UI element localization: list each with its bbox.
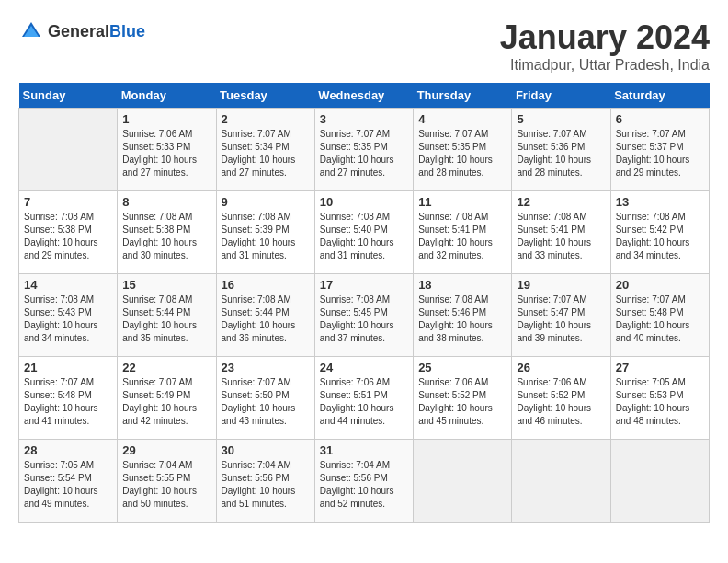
- day-info: Sunrise: 7:08 AM Sunset: 5:41 PM Dayligh…: [418, 211, 506, 262]
- day-info: Sunrise: 7:06 AM Sunset: 5:51 PM Dayligh…: [320, 376, 408, 428]
- weekday-header-friday: Friday: [512, 83, 610, 109]
- day-number: 19: [517, 278, 605, 292]
- calendar-cell: 5Sunrise: 7:07 AM Sunset: 5:36 PM Daylig…: [512, 109, 610, 191]
- day-number: 23: [222, 361, 310, 374]
- calendar-cell: 21Sunrise: 7:07 AM Sunset: 5:48 PM Dayli…: [19, 357, 118, 440]
- day-info: Sunrise: 7:06 AM Sunset: 5:52 PM Dayligh…: [418, 376, 506, 428]
- day-number: 28: [24, 443, 112, 457]
- day-number: 13: [616, 195, 704, 209]
- calendar-cell: [19, 109, 118, 191]
- week-row-4: 21Sunrise: 7:07 AM Sunset: 5:48 PM Dayli…: [19, 357, 710, 440]
- weekday-header-thursday: Thursday: [414, 83, 512, 109]
- day-number: 9: [222, 195, 310, 209]
- calendar-cell: 23Sunrise: 7:07 AM Sunset: 5:50 PM Dayli…: [216, 357, 314, 440]
- calendar-cell: 30Sunrise: 7:04 AM Sunset: 5:56 PM Dayli…: [216, 440, 314, 523]
- weekday-header-wednesday: Wednesday: [314, 83, 413, 109]
- weekday-header-tuesday: Tuesday: [216, 83, 314, 109]
- day-info: Sunrise: 7:07 AM Sunset: 5:36 PM Dayligh…: [517, 128, 605, 179]
- calendar-cell: 3Sunrise: 7:07 AM Sunset: 5:35 PM Daylig…: [314, 109, 413, 191]
- day-info: Sunrise: 7:08 AM Sunset: 5:40 PM Dayligh…: [320, 211, 408, 262]
- calendar-cell: 25Sunrise: 7:06 AM Sunset: 5:52 PM Dayli…: [414, 357, 512, 440]
- calendar-cell: 24Sunrise: 7:06 AM Sunset: 5:51 PM Dayli…: [314, 357, 413, 440]
- day-info: Sunrise: 7:08 AM Sunset: 5:44 PM Dayligh…: [122, 293, 210, 345]
- day-info: Sunrise: 7:08 AM Sunset: 5:38 PM Dayligh…: [24, 211, 112, 262]
- calendar-cell: 17Sunrise: 7:08 AM Sunset: 5:45 PM Dayli…: [314, 274, 413, 357]
- calendar-cell: [512, 440, 610, 523]
- calendar-cell: 18Sunrise: 7:08 AM Sunset: 5:46 PM Dayli…: [414, 274, 512, 357]
- day-info: Sunrise: 7:08 AM Sunset: 5:41 PM Dayligh…: [517, 211, 605, 262]
- day-number: 14: [24, 278, 112, 292]
- calendar-cell: 14Sunrise: 7:08 AM Sunset: 5:43 PM Dayli…: [19, 274, 118, 357]
- day-info: Sunrise: 7:08 AM Sunset: 5:44 PM Dayligh…: [222, 293, 310, 345]
- calendar-cell: 27Sunrise: 7:05 AM Sunset: 5:53 PM Dayli…: [610, 357, 709, 440]
- weekday-header-row: SundayMondayTuesdayWednesdayThursdayFrid…: [19, 83, 710, 109]
- day-info: Sunrise: 7:04 AM Sunset: 5:56 PM Dayligh…: [222, 459, 310, 511]
- day-number: 5: [517, 112, 605, 126]
- weekday-header-monday: Monday: [118, 83, 216, 109]
- day-number: 16: [222, 278, 310, 292]
- page-header: GeneralBlue January 2024 Itimadpur, Utta…: [18, 18, 710, 74]
- day-info: Sunrise: 7:05 AM Sunset: 5:54 PM Dayligh…: [24, 459, 112, 511]
- logo-icon: [18, 18, 44, 44]
- calendar-cell: 8Sunrise: 7:08 AM Sunset: 5:38 PM Daylig…: [118, 191, 216, 274]
- day-number: 15: [122, 278, 210, 292]
- day-number: 12: [517, 195, 605, 209]
- week-row-1: 1Sunrise: 7:06 AM Sunset: 5:33 PM Daylig…: [19, 109, 710, 191]
- weekday-header-sunday: Sunday: [19, 83, 118, 109]
- day-info: Sunrise: 7:04 AM Sunset: 5:55 PM Dayligh…: [122, 459, 210, 511]
- day-number: 27: [616, 361, 704, 374]
- calendar-cell: 19Sunrise: 7:07 AM Sunset: 5:47 PM Dayli…: [512, 274, 610, 357]
- day-info: Sunrise: 7:08 AM Sunset: 5:42 PM Dayligh…: [616, 211, 704, 262]
- calendar-cell: 15Sunrise: 7:08 AM Sunset: 5:44 PM Dayli…: [118, 274, 216, 357]
- day-info: Sunrise: 7:08 AM Sunset: 5:43 PM Dayligh…: [24, 293, 112, 345]
- calendar-cell: 13Sunrise: 7:08 AM Sunset: 5:42 PM Dayli…: [610, 191, 709, 274]
- day-info: Sunrise: 7:07 AM Sunset: 5:48 PM Dayligh…: [616, 293, 704, 345]
- day-number: 30: [222, 443, 310, 457]
- day-number: 4: [418, 112, 506, 126]
- calendar-cell: 11Sunrise: 7:08 AM Sunset: 5:41 PM Dayli…: [414, 191, 512, 274]
- calendar-cell: 6Sunrise: 7:07 AM Sunset: 5:37 PM Daylig…: [610, 109, 709, 191]
- day-info: Sunrise: 7:08 AM Sunset: 5:39 PM Dayligh…: [222, 211, 310, 262]
- day-info: Sunrise: 7:07 AM Sunset: 5:37 PM Dayligh…: [616, 128, 704, 179]
- weekday-header-saturday: Saturday: [610, 83, 709, 109]
- day-info: Sunrise: 7:07 AM Sunset: 5:48 PM Dayligh…: [24, 376, 112, 428]
- calendar-cell: 16Sunrise: 7:08 AM Sunset: 5:44 PM Dayli…: [216, 274, 314, 357]
- day-number: 18: [418, 278, 506, 292]
- calendar-cell: 1Sunrise: 7:06 AM Sunset: 5:33 PM Daylig…: [118, 109, 216, 191]
- day-number: 17: [320, 278, 408, 292]
- calendar-cell: 7Sunrise: 7:08 AM Sunset: 5:38 PM Daylig…: [19, 191, 118, 274]
- calendar-cell: 2Sunrise: 7:07 AM Sunset: 5:34 PM Daylig…: [216, 109, 314, 191]
- day-info: Sunrise: 7:04 AM Sunset: 5:56 PM Dayligh…: [320, 459, 408, 511]
- day-number: 6: [616, 112, 704, 126]
- day-info: Sunrise: 7:07 AM Sunset: 5:35 PM Dayligh…: [418, 128, 506, 179]
- calendar-cell: 22Sunrise: 7:07 AM Sunset: 5:49 PM Dayli…: [118, 357, 216, 440]
- day-number: 29: [122, 443, 210, 457]
- calendar-table: SundayMondayTuesdayWednesdayThursdayFrid…: [18, 83, 710, 523]
- calendar-cell: 10Sunrise: 7:08 AM Sunset: 5:40 PM Dayli…: [314, 191, 413, 274]
- day-number: 8: [122, 195, 210, 209]
- day-info: Sunrise: 7:07 AM Sunset: 5:35 PM Dayligh…: [320, 128, 408, 179]
- day-number: 20: [616, 278, 704, 292]
- calendar-cell: 12Sunrise: 7:08 AM Sunset: 5:41 PM Dayli…: [512, 191, 610, 274]
- calendar-cell: 4Sunrise: 7:07 AM Sunset: 5:35 PM Daylig…: [414, 109, 512, 191]
- day-info: Sunrise: 7:08 AM Sunset: 5:46 PM Dayligh…: [418, 293, 506, 345]
- day-info: Sunrise: 7:07 AM Sunset: 5:47 PM Dayligh…: [517, 293, 605, 345]
- logo-text-blue: Blue: [109, 22, 145, 40]
- week-row-5: 28Sunrise: 7:05 AM Sunset: 5:54 PM Dayli…: [19, 440, 710, 523]
- week-row-2: 7Sunrise: 7:08 AM Sunset: 5:38 PM Daylig…: [19, 191, 710, 274]
- logo: GeneralBlue: [18, 18, 145, 44]
- day-number: 31: [320, 443, 408, 457]
- day-info: Sunrise: 7:07 AM Sunset: 5:34 PM Dayligh…: [222, 128, 310, 179]
- day-number: 21: [24, 361, 112, 374]
- day-number: 22: [122, 361, 210, 374]
- day-info: Sunrise: 7:07 AM Sunset: 5:49 PM Dayligh…: [122, 376, 210, 428]
- title-block: January 2024 Itimadpur, Uttar Pradesh, I…: [500, 18, 710, 74]
- calendar-cell: 26Sunrise: 7:06 AM Sunset: 5:52 PM Dayli…: [512, 357, 610, 440]
- calendar-cell: [610, 440, 709, 523]
- day-number: 2: [222, 112, 310, 126]
- day-number: 26: [517, 361, 605, 374]
- day-info: Sunrise: 7:05 AM Sunset: 5:53 PM Dayligh…: [616, 376, 704, 428]
- day-number: 11: [418, 195, 506, 209]
- calendar-cell: 29Sunrise: 7:04 AM Sunset: 5:55 PM Dayli…: [118, 440, 216, 523]
- week-row-3: 14Sunrise: 7:08 AM Sunset: 5:43 PM Dayli…: [19, 274, 710, 357]
